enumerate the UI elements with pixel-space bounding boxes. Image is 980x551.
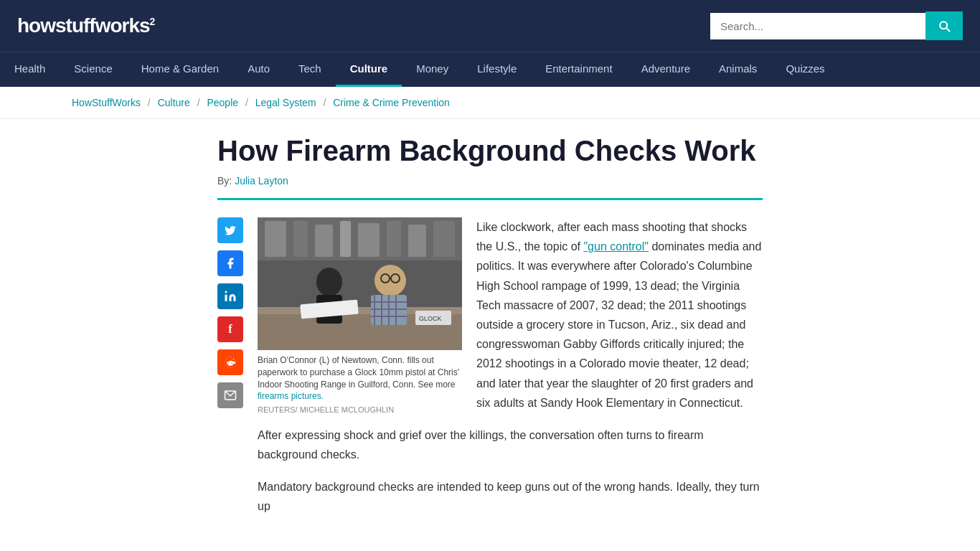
nav-item-entertainment: Entertainment xyxy=(531,52,626,87)
search-input[interactable] xyxy=(710,13,925,39)
nav-item-lifestyle: Lifestyle xyxy=(463,52,531,87)
breadcrumb-separator-2: / xyxy=(197,97,203,108)
nav-link-health[interactable]: Health xyxy=(0,52,60,85)
article-title: How Firearm Background Checks Work xyxy=(217,133,763,168)
breadcrumb-home[interactable]: HowStuffWorks xyxy=(72,97,141,108)
flipboard-icon: f xyxy=(228,323,232,336)
nav-item-health: Health xyxy=(0,52,60,87)
author-link[interactable]: Julia Layton xyxy=(235,175,288,187)
nav-item-quizzes: Quizzes xyxy=(771,52,839,87)
svg-rect-8 xyxy=(340,221,351,257)
breadcrumb-culture[interactable]: Culture xyxy=(158,97,190,108)
search-icon xyxy=(937,19,951,33)
article-paragraph-3: Mandatory background checks are intended… xyxy=(258,477,763,516)
nav-link-home-garden[interactable]: Home & Garden xyxy=(127,52,233,85)
svg-rect-5 xyxy=(265,221,286,257)
nav-link-auto[interactable]: Auto xyxy=(233,52,284,85)
breadcrumb-people[interactable]: People xyxy=(207,97,238,108)
svg-rect-12 xyxy=(433,221,455,257)
image-caption: Brian O'Connor (L) of Newtown, Conn. fil… xyxy=(258,354,462,402)
facebook-share-button[interactable] xyxy=(217,250,243,276)
image-caption-text: Brian O'Connor (L) of Newtown, Conn. fil… xyxy=(258,355,459,390)
svg-point-15 xyxy=(316,268,342,296)
nav-item-adventure: Adventure xyxy=(627,52,705,87)
gun-control-link[interactable]: "gun control" xyxy=(583,240,649,253)
logo-text: howstuffworks2 xyxy=(17,14,154,37)
social-sidebar: f xyxy=(217,217,243,529)
nav-item-animals: Animals xyxy=(705,52,771,87)
breadcrumb-separator-1: / xyxy=(148,97,154,108)
nav-item-money: Money xyxy=(402,52,463,87)
nav-item-tech: Tech xyxy=(284,52,336,87)
nav-link-tech[interactable]: Tech xyxy=(284,52,336,85)
nav-link-lifestyle[interactable]: Lifestyle xyxy=(463,52,531,85)
nav-link-science[interactable]: Science xyxy=(60,52,126,85)
search-bar xyxy=(710,11,963,40)
reddit-icon xyxy=(224,356,237,369)
article-image: GLOCK xyxy=(258,217,462,350)
image-caption-link[interactable]: firearms pictures. xyxy=(258,391,324,401)
search-button[interactable] xyxy=(925,11,963,40)
article-image-block: GLOCK Brian O'Connor (L) of Newtown, Con… xyxy=(258,217,462,414)
svg-rect-7 xyxy=(315,225,333,257)
breadcrumb: HowStuffWorks / Culture / People / Legal… xyxy=(0,87,980,119)
reddit-share-button[interactable] xyxy=(217,349,243,375)
nav-list: Health Science Home & Garden Auto Tech C… xyxy=(0,52,980,87)
email-share-button[interactable] xyxy=(217,382,243,408)
facebook-icon xyxy=(224,257,237,270)
svg-rect-6 xyxy=(293,221,308,257)
svg-point-0 xyxy=(225,291,227,293)
author-line: By: Julia Layton xyxy=(217,175,763,187)
breadcrumb-separator-3: / xyxy=(245,97,251,108)
twitter-share-button[interactable] xyxy=(217,217,243,243)
article-content: GLOCK Brian O'Connor (L) of Newtown, Con… xyxy=(258,217,763,529)
nav-item-home-garden: Home & Garden xyxy=(127,52,233,87)
svg-point-17 xyxy=(374,265,406,296)
nav-link-animals[interactable]: Animals xyxy=(705,52,771,85)
linkedin-share-button[interactable] xyxy=(217,283,243,309)
flipboard-share-button[interactable]: f xyxy=(217,316,243,342)
breadcrumb-separator-4: / xyxy=(323,97,329,108)
article-paragraph-2: After expressing shock and grief over th… xyxy=(258,425,763,464)
twitter-icon xyxy=(224,224,237,237)
image-credit: REUTERS/ MICHELLE MCLOUGHLIN xyxy=(258,405,462,414)
header: howstuffworks2 xyxy=(0,0,980,52)
nav-link-culture[interactable]: Culture xyxy=(336,52,402,87)
email-icon xyxy=(224,389,237,402)
nav-link-adventure[interactable]: Adventure xyxy=(627,52,705,85)
svg-rect-11 xyxy=(408,225,426,257)
article-image-visual: GLOCK xyxy=(258,217,462,350)
linkedin-icon xyxy=(224,290,237,303)
svg-rect-10 xyxy=(387,221,401,257)
nav-item-science: Science xyxy=(60,52,126,87)
main-content: How Firearm Background Checks Work By: J… xyxy=(146,119,834,551)
main-nav: Health Science Home & Garden Auto Tech C… xyxy=(0,52,980,87)
site-logo[interactable]: howstuffworks2 xyxy=(17,14,154,37)
nav-item-culture: Culture xyxy=(336,52,402,87)
nav-link-money[interactable]: Money xyxy=(402,52,463,85)
article-image-svg: GLOCK xyxy=(258,217,462,350)
nav-link-entertainment[interactable]: Entertainment xyxy=(531,52,626,85)
nav-item-auto: Auto xyxy=(233,52,284,87)
logo-superscript: 2 xyxy=(150,16,155,27)
nav-link-quizzes[interactable]: Quizzes xyxy=(771,52,839,85)
breadcrumb-crime[interactable]: Crime & Crime Prevention xyxy=(333,97,450,108)
author-prefix: By: xyxy=(217,175,235,187)
article-body: f xyxy=(217,217,763,529)
svg-rect-9 xyxy=(358,223,380,257)
svg-text:GLOCK: GLOCK xyxy=(419,315,442,322)
breadcrumb-legal-system[interactable]: Legal System xyxy=(255,97,316,108)
title-divider xyxy=(217,198,763,200)
